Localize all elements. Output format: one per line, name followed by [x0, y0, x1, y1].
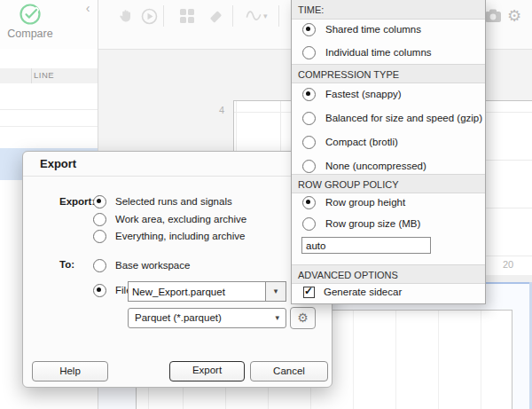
select-dropdown-icon: ▾ [275, 313, 279, 322]
check-icon: ✓ [304, 285, 313, 297]
radio-label: None (uncompressed) [325, 161, 426, 171]
radio-fastest-snappy[interactable]: Fastest (snappy) [302, 87, 402, 101]
radio-row-group-height[interactable]: Row group height [302, 195, 405, 209]
radio-everything[interactable]: Everything, including archive [93, 229, 245, 243]
row-divider [0, 126, 98, 127]
radio-label: Balanced for size and speed (gzip) [325, 113, 482, 123]
radio-icon[interactable] [302, 160, 316, 173]
radio-label: Fastest (snappy) [325, 89, 402, 99]
radio-shared-time[interactable]: Shared time columns [302, 22, 421, 36]
replay-icon[interactable] [141, 8, 159, 26]
section-header-compression: COMPRESSION TYPE [292, 64, 485, 83]
combobox-dropdown-icon[interactable]: ▾ [265, 282, 286, 301]
radio-individual-time[interactable]: Individual time columns [302, 45, 432, 59]
generate-sidecar-checkbox-row[interactable]: ✓ Generate sidecar [303, 285, 402, 299]
toolbar-separator [163, 5, 164, 27]
sidebar-toolstrip: Compare ‹ [0, 0, 98, 50]
parquet-settings-panel: TIME: Shared time columns Individual tim… [291, 0, 486, 304]
radio-icon[interactable] [302, 217, 316, 231]
section-header-time: TIME: [292, 0, 485, 20]
radio-label: Row group height [325, 197, 405, 208]
radio-file[interactable]: File [93, 283, 132, 297]
export-group-label: Export: [59, 196, 95, 207]
filename-combobox[interactable]: ▾ [128, 281, 286, 302]
cancel-button[interactable]: Cancel [250, 361, 328, 381]
radio-label: Individual time columns [325, 47, 432, 58]
snapshot-camera-icon[interactable] [484, 9, 502, 27]
radio-label: Work area, excluding archive [115, 214, 246, 224]
export-button[interactable]: Export [169, 361, 245, 381]
compare-button[interactable]: Compare [2, 2, 59, 46]
toolbar-separator [278, 5, 279, 27]
radio-icon[interactable] [93, 230, 106, 243]
to-group-label: To: [59, 259, 74, 270]
pan-hand-icon[interactable] [118, 8, 136, 26]
format-select-value: Parquet (*.parquet) [135, 312, 222, 323]
radio-icon[interactable] [302, 196, 316, 209]
radio-label: Compact (brotli) [325, 137, 398, 147]
radio-label: Everything, including archive [115, 231, 245, 241]
row-group-value-input[interactable] [301, 237, 431, 254]
radio-icon[interactable] [93, 213, 106, 226]
radio-none-uncompressed[interactable]: None (uncompressed) [302, 159, 426, 173]
radio-label: Base workspace [115, 260, 190, 271]
app-window: 4 2 15 20 [0, 0, 532, 409]
collapse-chevron-icon[interactable]: ‹ [81, 1, 95, 15]
format-select[interactable]: Parquet (*.parquet) ▾ [128, 308, 286, 328]
export-dialog: Export Export: Selected runs and signals… [22, 151, 332, 388]
radio-icon[interactable] [302, 112, 316, 125]
layout-grid-icon[interactable] [180, 9, 198, 27]
radio-icon[interactable] [93, 259, 106, 272]
column-divider [31, 68, 32, 83]
gear-icon: ⚙ [297, 311, 309, 325]
radio-icon[interactable] [302, 46, 316, 59]
help-button[interactable]: Help [32, 361, 108, 381]
radio-base-workspace[interactable]: Base workspace [93, 258, 190, 272]
radio-selected-runs[interactable]: Selected runs and signals [93, 194, 232, 208]
radio-label: Selected runs and signals [115, 196, 232, 207]
radio-icon[interactable] [302, 88, 316, 101]
compare-label: Compare [2, 28, 59, 40]
checkbox-label: Generate sidecar [324, 287, 402, 297]
radio-row-group-size[interactable]: Row group size (MB) [302, 216, 420, 231]
radio-label: Shared time columns [325, 24, 421, 35]
format-settings-button[interactable]: ⚙ [290, 307, 316, 329]
dialog-titlebar[interactable]: Export [23, 152, 332, 177]
radio-work-area[interactable]: Work area, excluding archive [93, 212, 246, 226]
radio-label: Row group size (MB) [325, 218, 420, 229]
signal-row[interactable] [0, 83, 98, 110]
radio-icon[interactable] [93, 195, 106, 208]
radio-icon[interactable] [302, 23, 316, 36]
x-tick-20: 20 [503, 259, 513, 270]
chevron-down-icon[interactable]: ▾ [263, 12, 268, 20]
radio-balanced-gzip[interactable]: Balanced for size and speed (gzip) [302, 111, 482, 125]
radio-icon[interactable] [93, 284, 106, 297]
eraser-icon[interactable] [207, 8, 225, 26]
dialog-title: Export [40, 157, 76, 170]
checkbox-icon[interactable]: ✓ [303, 287, 315, 298]
radio-icon[interactable] [302, 136, 316, 149]
section-header-advanced: ADVANCED OPTIONS [292, 264, 485, 284]
y-tick-4: 4 [219, 105, 224, 115]
settings-gear-icon[interactable]: ⚙ [507, 8, 521, 24]
signal-wave-icon[interactable] [246, 8, 263, 26]
compare-check-icon [19, 3, 42, 26]
line-column-header: LINE [34, 70, 54, 80]
toolbar-separator [232, 5, 233, 27]
sidebar-blank-row [0, 49, 98, 69]
section-header-row-group: ROW GROUP POLICY [292, 174, 485, 193]
radio-compact-brotli[interactable]: Compact (brotli) [302, 135, 398, 149]
filename-input[interactable] [129, 282, 265, 301]
